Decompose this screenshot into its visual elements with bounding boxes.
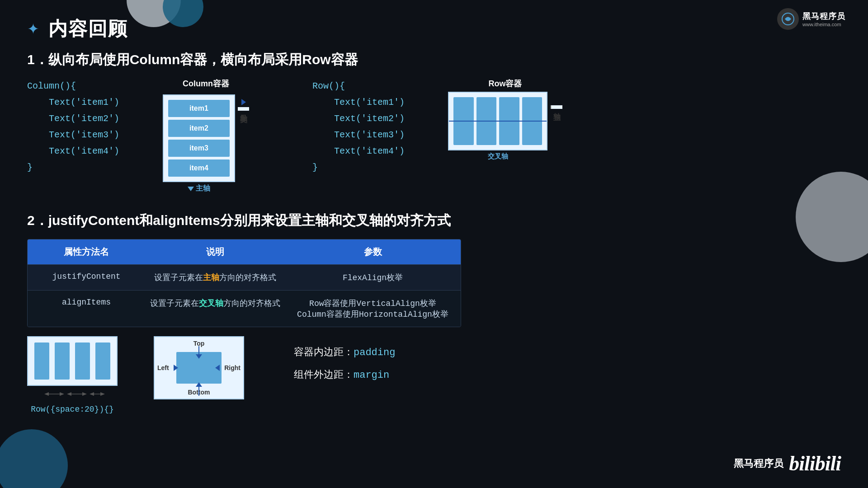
padding-diagram: Top Bottom Left Right	[154, 336, 244, 399]
row-diagram: Row容器 交叉轴	[448, 78, 562, 161]
row-code-line-5: Text('item4')	[312, 143, 421, 160]
code-line-2: Text('item1')	[27, 94, 136, 111]
row-main-axis-line	[449, 121, 547, 122]
bilibili-text: bilibili	[789, 451, 841, 475]
rsi-1	[34, 343, 49, 380]
row-code-line-1: Row(){	[312, 78, 421, 94]
code-line-5: Text('item4')	[27, 143, 136, 160]
row-main-axis: 主轴	[550, 105, 562, 109]
row-spacing-label: Row({space:20}){}	[31, 405, 114, 414]
property-table: 属性方法名 说明 参数 justifyContent 设置子元素在主轴方向的对齐…	[27, 239, 461, 327]
th-param: 参数	[294, 246, 452, 258]
col-item-3: item3	[168, 140, 230, 157]
page-title: 内容回顾	[48, 16, 128, 42]
bili-brand-text: 黑马程序员	[734, 457, 783, 470]
margin-desc-line: 组件外边距：margin	[294, 368, 395, 381]
main-content: 1．纵向布局使用Column容器，横向布局采用Row容器 Column(){ T…	[0, 51, 868, 414]
deco-circle-bottom	[0, 429, 68, 488]
td-align-param: Row容器使用VerticalAlign枚举 Column容器使用Horizon…	[294, 298, 452, 319]
arrow-right-left	[215, 365, 220, 371]
spacing-arrows	[32, 389, 113, 399]
td-justify-name: justifyContent	[37, 272, 136, 283]
logo-url: www.itheima.com	[802, 22, 841, 27]
header-icon: ✦	[27, 20, 39, 38]
td-align-param-col: Column容器使用HorizontalAlign枚举	[294, 309, 452, 319]
page-header: ✦ 内容回顾 黑马程序员 www.itheima.com	[0, 0, 868, 51]
arrow-left-right	[174, 365, 178, 371]
row-code-line-3: Text('item2')	[312, 111, 421, 127]
bilibili-logo: 黑马程序员 bilibili	[734, 451, 841, 475]
pad-right-label: Right	[224, 364, 241, 371]
logo-icon	[777, 8, 799, 30]
padding-desc-line: 容器内边距：padding	[294, 345, 395, 359]
section2-title: 2．justifyContent和alignItems分别用来设置主轴和交叉轴的…	[27, 211, 841, 230]
section2: 2．justifyContent和alignItems分别用来设置主轴和交叉轴的…	[27, 211, 841, 327]
margin-keyword: margin	[354, 370, 389, 381]
column-code: Column(){ Text('item1') Text('item2') Te…	[27, 78, 136, 176]
column-diagram: Column容器 item1 item2 item3 item4 主	[163, 78, 249, 193]
padding-box: Top Bottom Left Right	[154, 336, 244, 399]
code-line-1: Column(){	[27, 78, 136, 94]
section1-content: Column(){ Text('item1') Text('item2') Te…	[27, 78, 841, 193]
pad-left-label: Left	[157, 364, 169, 371]
section1-title: 1．纵向布局使用Column容器，横向布局采用Row容器	[27, 51, 841, 69]
svg-marker-5	[67, 392, 71, 396]
row-label: Row容器	[489, 78, 522, 89]
logo-text-block: 黑马程序员 www.itheima.com	[802, 11, 845, 27]
rsi-4	[95, 343, 110, 380]
column-main-axis: 主轴	[188, 184, 210, 193]
col-item-1: item1	[168, 100, 230, 117]
code-line-4: Text('item3')	[27, 127, 136, 143]
row-code-line-4: Text('item3')	[312, 127, 421, 143]
svg-marker-3	[60, 392, 64, 396]
svg-marker-8	[90, 392, 94, 396]
code-line-6: }	[27, 160, 136, 176]
padding-text-area: 容器内边距：padding 组件外边距：margin	[294, 345, 395, 381]
td-justify-param: FlexAlign枚举	[294, 272, 452, 283]
svg-marker-9	[100, 392, 105, 396]
code-line-3: Text('item2')	[27, 111, 136, 127]
th-name: 属性方法名	[37, 246, 136, 258]
table-header: 属性方法名 说明 参数	[28, 239, 461, 264]
th-desc: 说明	[136, 246, 294, 258]
row-spacing-boxes	[27, 336, 118, 386]
bottom-row: Row({space:20}){} Top Bottom	[27, 336, 841, 414]
col-item-2: item2	[168, 120, 230, 137]
row-code-line-6: }	[312, 160, 421, 176]
rsi-3	[75, 343, 90, 380]
row-spacing-diagram: Row({space:20}){}	[27, 336, 118, 414]
padding-keyword: padding	[354, 347, 395, 358]
section1: 1．纵向布局使用Column容器，横向布局采用Row容器 Column(){ T…	[27, 51, 841, 207]
arrow-top-down	[196, 354, 202, 359]
column-boxes: item1 item2 item3 item4	[163, 94, 235, 182]
td-align-name: alignItems	[37, 298, 136, 319]
row-code-line-2: Text('item1')	[312, 94, 421, 111]
svg-marker-6	[82, 392, 87, 396]
row-code: Row(){ Text('item1') Text('item2') Text(…	[312, 78, 421, 176]
logo-name: 黑马程序员	[802, 11, 845, 22]
table-row-1: justifyContent 设置子元素在主轴方向的对齐格式 FlexAlign…	[28, 264, 461, 290]
column-label: Column容器	[183, 78, 229, 89]
arrow-bottom-up	[196, 382, 202, 387]
table-row-2: alignItems 设置子元素在交叉轴方向的对齐格式 Row容器使用Verti…	[28, 290, 461, 327]
td-align-desc: 设置子元素在交叉轴方向的对齐格式	[136, 298, 294, 319]
td-align-param-row: Row容器使用VerticalAlign枚举	[294, 298, 452, 309]
row-cross-axis: 交叉轴	[488, 152, 508, 161]
td-justify-desc: 设置子元素在主轴方向的对齐格式	[136, 272, 294, 283]
col-item-4: item4	[168, 160, 230, 177]
rsi-2	[55, 343, 70, 380]
highlight-main-axis: 主轴	[203, 273, 219, 282]
highlight-cross-axis: 交叉轴	[199, 299, 223, 308]
logo-area: 黑马程序员 www.itheima.com	[777, 8, 845, 30]
svg-marker-2	[44, 392, 49, 396]
column-cross-axis: 交叉轴	[238, 107, 249, 111]
row-boxes	[448, 92, 547, 150]
